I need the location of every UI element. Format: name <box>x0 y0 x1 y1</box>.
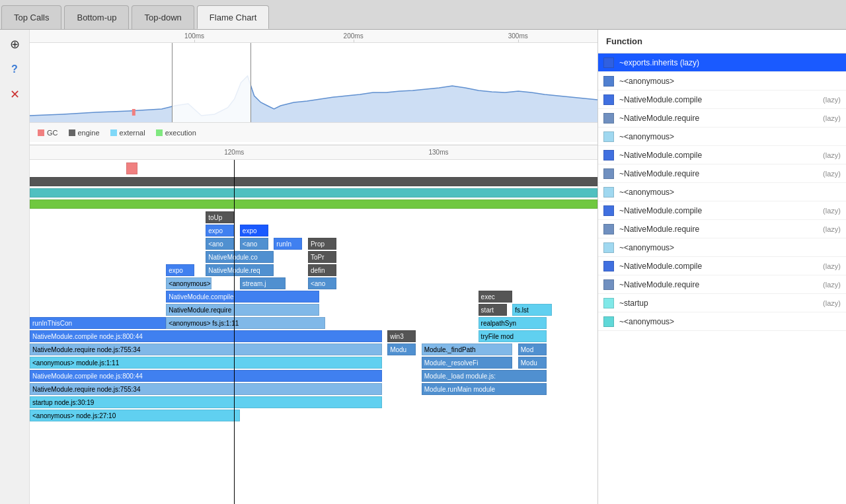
function-color-swatch <box>603 261 614 271</box>
function-suffix-label: (lazy) <box>823 225 841 233</box>
function-color-swatch <box>603 187 614 198</box>
flame-block-moduleload[interactable]: Module._load module.js: <box>422 370 547 382</box>
flame-block-start[interactable]: start <box>479 304 507 316</box>
function-item-6[interactable]: ~NativeModule.require(lazy) <box>598 164 846 183</box>
flame-block-topr[interactable]: ToPr <box>308 251 336 263</box>
flame-block-runin[interactable]: runIn <box>274 238 302 250</box>
flame-block-nmr3[interactable]: NativeModule.require node.js:755:34 <box>30 383 382 395</box>
legend-external-label: external <box>120 129 145 137</box>
flame-block-expo2[interactable]: expo <box>240 225 268 236</box>
function-name-label: ~NativeModule.require <box>619 169 820 178</box>
function-color-swatch <box>603 168 614 179</box>
tab-bar: Top Calls Bottom-up Top-down Flame Chart <box>0 0 846 30</box>
close-button[interactable]: ✕ <box>5 85 24 104</box>
function-color-swatch <box>603 150 614 161</box>
left-panel: ⊕ ? ✕ 100ms 200ms 300ms <box>0 30 598 504</box>
flame-block-anonymous2[interactable]: <anonymous> fs.js:1:11 <box>166 317 325 329</box>
function-item-4[interactable]: ~<anonymous> <box>598 127 846 146</box>
flame-block-gc[interactable] <box>126 162 137 174</box>
function-suffix-label: (lazy) <box>823 299 841 307</box>
function-item-7[interactable]: ~<anonymous> <box>598 183 846 201</box>
function-item-2[interactable]: ~NativeModule.compile(lazy) <box>598 90 846 109</box>
flame-block-realpathsyn[interactable]: realpathSyn <box>479 317 547 329</box>
flame-block-anonymous3[interactable]: <anonymous> module.js:1:11 <box>30 357 382 369</box>
flame-block-modu2[interactable]: Modu <box>518 357 547 369</box>
flame-block-ano3[interactable]: <ano <box>308 277 336 289</box>
function-item-0[interactable]: ~exports.inherits (lazy) <box>598 54 846 72</box>
function-item-5[interactable]: ~NativeModule.compile(lazy) <box>598 146 846 164</box>
flame-block-nmc3[interactable]: NativeModule.compile node.js:800:44 <box>30 370 382 382</box>
flame-block-nmr2[interactable]: NativeModule.require node.js:755:34 <box>30 343 382 355</box>
flame-block-ano2[interactable]: <ano <box>240 238 268 250</box>
flame-block-defin[interactable]: defin <box>308 264 336 276</box>
function-item-10[interactable]: ~<anonymous> <box>598 238 846 257</box>
flame-section: 120ms 130ms <box>30 145 597 504</box>
flame-block-tryfile[interactable]: tryFile mod <box>479 330 547 342</box>
flame-block-nmr1[interactable]: NativeModule.require <box>166 304 319 316</box>
ruler-mark-100: 100ms <box>184 32 204 40</box>
tab-bottom-up[interactable]: Bottom-up <box>64 5 129 29</box>
overview-chart[interactable] <box>30 43 597 122</box>
function-color-swatch <box>603 131 614 142</box>
flame-block-prop[interactable]: Prop <box>308 238 336 250</box>
flame-block-toup[interactable]: toUp <box>206 211 234 223</box>
function-color-swatch <box>603 113 614 124</box>
flame-block-nmc1[interactable]: NativeModule.compile <box>166 291 319 303</box>
flame-block-modu1[interactable]: Modu <box>387 343 416 355</box>
function-item-3[interactable]: ~NativeModule.require(lazy) <box>598 109 846 127</box>
function-item-12[interactable]: ~NativeModule.require(lazy) <box>598 275 846 294</box>
flame-block-startup[interactable]: startup node.js:30:19 <box>30 396 382 408</box>
function-name-label: ~<anonymous> <box>619 317 841 326</box>
flame-block-expo1[interactable]: expo <box>206 225 234 236</box>
help-button[interactable]: ? <box>5 60 24 79</box>
function-item-9[interactable]: ~NativeModule.require(lazy) <box>598 220 846 238</box>
function-header: Function <box>598 30 846 54</box>
function-name-label: ~NativeModule.compile <box>619 262 820 271</box>
function-color-swatch <box>603 94 614 105</box>
flame-block-external[interactable] <box>30 188 597 198</box>
flame-block-ano1[interactable]: <ano <box>206 238 234 250</box>
legend-gc: GC <box>38 129 58 137</box>
function-item-8[interactable]: ~NativeModule.compile(lazy) <box>598 201 846 220</box>
flame-block-anonymous1[interactable]: <anonymous> <box>166 277 212 289</box>
legend-external: external <box>110 129 145 137</box>
ruler-mark-200: 200ms <box>344 32 364 40</box>
flame-block-runmain[interactable]: Module.runMain module <box>422 383 547 395</box>
function-suffix-label: (lazy) <box>823 96 841 104</box>
flame-block-win3[interactable]: win3 <box>387 330 416 342</box>
function-name-label: ~NativeModule.require <box>619 280 820 289</box>
toolbar: ⊕ ? ✕ <box>0 30 30 504</box>
function-color-swatch <box>603 316 614 327</box>
flame-block-streamj[interactable]: stream.j <box>240 277 286 289</box>
flame-block-engine[interactable] <box>30 177 597 186</box>
flame-block-execution[interactable] <box>30 199 597 209</box>
legend-gc-label: GC <box>47 129 58 137</box>
function-item-14[interactable]: ~<anonymous> <box>598 312 846 331</box>
flame-block-nativemodulerq[interactable]: NativeModule.req <box>206 264 274 276</box>
function-item-1[interactable]: ~<anonymous> <box>598 72 846 90</box>
flame-block-exec[interactable]: exec <box>479 291 513 303</box>
flame-block-fslst[interactable]: fs.lst <box>512 304 552 316</box>
flame-block-nativemodule-co[interactable]: NativeModule.co <box>206 251 274 263</box>
flame-block-resolvefi[interactable]: Module._resolveFi <box>422 357 512 369</box>
tab-top-down[interactable]: Top-down <box>132 5 194 29</box>
flame-block-nmc2[interactable]: NativeModule.compile node.js:800:44 <box>30 330 382 342</box>
flame-block-runinthis[interactable]: runInThisCon <box>30 317 166 329</box>
function-color-swatch <box>603 242 614 253</box>
function-color-swatch <box>603 76 614 87</box>
legend-engine-color <box>69 129 75 136</box>
flame-canvas[interactable]: toUp expo expo <ano <ano runIn Prop Nati… <box>30 160 597 504</box>
flame-ruler-130: 130ms <box>428 149 448 156</box>
tab-top-calls[interactable]: Top Calls <box>1 5 61 29</box>
function-item-13[interactable]: ~startup(lazy) <box>598 294 846 312</box>
zoom-button[interactable]: ⊕ <box>5 35 24 54</box>
tab-flame-chart[interactable]: Flame Chart <box>197 5 270 29</box>
flame-block-anonymous4[interactable]: <anonymous> node.js:27:10 <box>30 410 240 421</box>
legend-gc-color <box>38 129 44 136</box>
flame-block-expo3[interactable]: expo <box>166 264 194 276</box>
function-color-swatch <box>603 224 614 234</box>
flame-block-mod1[interactable]: Mod <box>518 343 547 355</box>
function-name-label: ~NativeModule.require <box>619 225 820 234</box>
flame-block-findpath[interactable]: Module._findPath <box>422 343 512 355</box>
function-item-11[interactable]: ~NativeModule.compile(lazy) <box>598 257 846 275</box>
